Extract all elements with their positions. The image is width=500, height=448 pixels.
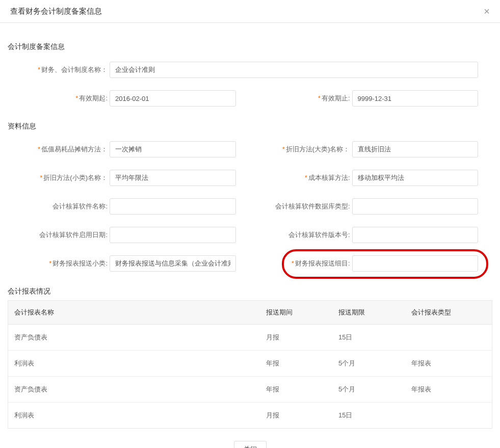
modal-header: 查看财务会计制度备案信息 ×	[0, 0, 500, 23]
label-sw-db-type: 会计核算软件数据库类型:	[250, 202, 352, 211]
report-table: 会计报表名称 报送期间 报送期限 会计报表类型 资产负债表 月报 15日 利润表…	[8, 300, 492, 429]
cell-type	[405, 403, 492, 429]
input-sw-name[interactable]	[110, 198, 236, 215]
cell-type: 年报表	[405, 377, 492, 403]
close-icon[interactable]: ×	[484, 6, 490, 16]
input-system-name[interactable]	[110, 62, 478, 78]
label-sw-version: 会计核算软件版本号:	[250, 230, 352, 240]
input-valid-to[interactable]	[352, 90, 479, 107]
input-depr-minor[interactable]	[110, 170, 236, 186]
cell-name: 利润表	[8, 403, 260, 429]
modal-footer: 关闭	[8, 429, 492, 448]
cell-deadline: 15日	[332, 403, 405, 429]
label-valid-from: *有效期起:	[8, 94, 110, 103]
section-data-title: 资料信息	[8, 122, 492, 131]
cell-deadline: 5个月	[332, 351, 405, 377]
section-report-title: 会计报表情况	[8, 287, 492, 296]
input-sw-version[interactable]	[352, 227, 479, 243]
cell-type: 年报表	[405, 351, 492, 377]
input-depr-major[interactable]	[352, 141, 479, 157]
th-type: 会计报表类型	[405, 301, 492, 325]
label-low-value-amort: *低值易耗品摊销方法：	[8, 145, 110, 154]
input-report-sub[interactable]	[110, 255, 236, 272]
label-system-name: *财务、会计制度名称：	[8, 65, 110, 74]
cell-period: 年报	[260, 377, 333, 403]
cell-name: 利润表	[8, 351, 260, 377]
cell-period: 年报	[260, 351, 333, 377]
input-low-value-amort[interactable]	[110, 141, 236, 157]
label-depr-minor: *折旧方法(小类)名称：	[8, 173, 110, 182]
th-period: 报送期间	[260, 301, 333, 325]
cell-name: 资产负债表	[8, 377, 260, 403]
input-sw-db-type[interactable]	[352, 198, 479, 215]
modal-body: 会计制度备案信息 *财务、会计制度名称： *有效期起: *有效期止: 资料信息 …	[0, 23, 500, 448]
label-sw-name: 会计核算软件名称:	[8, 202, 110, 211]
table-row: 利润表 月报 15日	[8, 403, 492, 429]
input-cost-method[interactable]	[352, 170, 479, 186]
label-cost-method: *成本核算方法:	[250, 173, 352, 182]
close-button[interactable]: 关闭	[234, 441, 267, 448]
input-sw-enable-date[interactable]	[110, 227, 236, 243]
input-report-detail[interactable]	[352, 255, 479, 272]
input-valid-from[interactable]	[110, 90, 236, 107]
label-report-sub: *财务报表报送小类:	[8, 259, 110, 268]
modal-title: 查看财务会计制度备案信息	[10, 7, 102, 16]
section-filing-title: 会计制度备案信息	[8, 42, 492, 51]
label-sw-enable-date: 会计核算软件启用日期:	[8, 230, 110, 240]
label-valid-to: *有效期止:	[250, 94, 352, 103]
label-report-detail: *财务报表报送细目:	[250, 259, 352, 268]
table-row: 资产负债表 年报 5个月 年报表	[8, 377, 492, 403]
th-deadline: 报送期限	[332, 301, 405, 325]
cell-deadline: 5个月	[332, 377, 405, 403]
th-name: 会计报表名称	[8, 301, 260, 325]
cell-period: 月报	[260, 325, 333, 351]
cell-deadline: 15日	[332, 325, 405, 351]
label-depr-major: *折旧方法(大类)名称：	[250, 145, 352, 154]
cell-name: 资产负债表	[8, 325, 260, 351]
cell-period: 月报	[260, 403, 333, 429]
cell-type	[405, 325, 492, 351]
table-header-row: 会计报表名称 报送期间 报送期限 会计报表类型	[8, 301, 492, 325]
table-row: 利润表 年报 5个月 年报表	[8, 351, 492, 377]
table-row: 资产负债表 月报 15日	[8, 325, 492, 351]
